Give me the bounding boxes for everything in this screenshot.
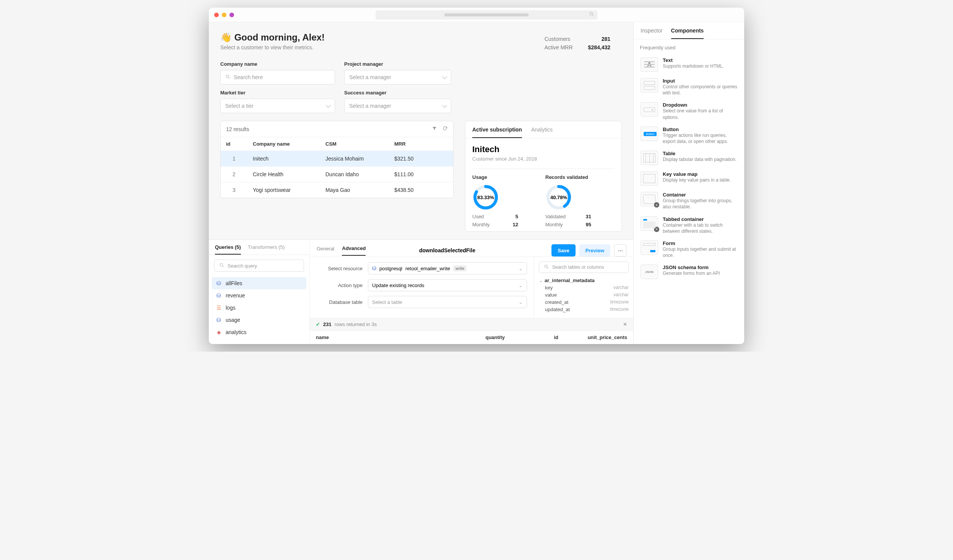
action-type-select[interactable]: Update existing records ⌄ (368, 279, 527, 291)
tier-select[interactable]: Select a tier (220, 99, 335, 113)
component-input[interactable]: InputControl other components or queries… (640, 75, 738, 99)
schema-column[interactable]: updated_attimezone (539, 306, 629, 313)
db-table-label: Database table (317, 299, 363, 305)
chevron-down-icon: ⌄ (519, 299, 523, 305)
query-title: downloadSelectedFile (362, 247, 532, 253)
section-frequently-used: Frequently used (640, 45, 738, 50)
tab-general[interactable]: General (317, 246, 334, 255)
query-editor-panel: Queries (5) Transformers (5) Search quer… (209, 239, 633, 344)
dropdown-icon (641, 102, 658, 117)
customers-table: 12 results id Company name CSM MRR 1 (220, 121, 454, 198)
table-icon (641, 151, 658, 165)
customers-value: 281 (602, 36, 610, 42)
stack-icon: ☰ (216, 305, 222, 311)
tab-components[interactable]: Components (671, 28, 704, 39)
window-controls (214, 13, 234, 17)
check-icon: ✔ (316, 321, 320, 327)
tab-queries[interactable]: Queries (5) (215, 244, 241, 255)
schema-column[interactable]: valuevarchar (539, 291, 629, 299)
query-item-analytics[interactable]: ◈analytics (212, 326, 306, 338)
component-container[interactable]: + ContainerGroup things together into gr… (640, 189, 738, 213)
svg-line-11 (547, 267, 548, 268)
tier-label: Market tier (220, 90, 335, 96)
pm-select[interactable]: Select a manager (344, 70, 451, 84)
more-options-button[interactable]: ⋯ (614, 244, 626, 256)
component-text[interactable]: A TextSupports markdown or HTML. (640, 54, 738, 75)
svg-line-9 (223, 266, 224, 267)
sm-select[interactable]: Select a manager (344, 99, 451, 113)
refresh-icon[interactable] (442, 126, 448, 132)
button-icon (641, 127, 658, 141)
table-row[interactable]: 2 Circle Health Duncan Idaho $111.00 (221, 167, 453, 182)
resource-select[interactable]: ⛁ postgresql retool_emailer_write write … (368, 262, 527, 274)
query-item-allfiles[interactable]: ⛁allFiles (212, 277, 306, 289)
component-kvmap[interactable]: Key value mapDisplay key value pairs in … (640, 168, 738, 189)
schema-search-input[interactable]: Search tables or columns (539, 261, 629, 273)
postgres-icon: ⛁ (372, 266, 376, 271)
tab-active-subscription[interactable]: Active subscription (472, 127, 522, 138)
table-row[interactable]: 1 Initech Jessica Mohaim $321.50 (221, 151, 453, 167)
chevron-down-icon: ⌄ (519, 266, 523, 271)
query-item-usage[interactable]: ⛁usage (212, 314, 306, 326)
schema-column[interactable]: created_attimezone (539, 299, 629, 306)
schema-table-node[interactable]: ⌄ar_internal_metadata (539, 277, 629, 284)
usage-donut: 83.33% (472, 184, 499, 211)
company-name-label: Company name (220, 61, 335, 67)
action-type-label: Action type (317, 282, 363, 288)
mrr-value: $284,432 (588, 44, 610, 50)
component-tabbed-container[interactable]: + Tabbed containerContainer with a tab t… (640, 213, 738, 237)
database-icon: ⛁ (216, 280, 222, 286)
query-item-revenue[interactable]: ⛁revenue (212, 289, 306, 302)
greeting-title: Good morning, Alex! (234, 32, 325, 42)
search-icon (589, 11, 594, 18)
summary-metrics: Customers 281 Active MRR $284,432 (545, 36, 610, 53)
maximize-window-button[interactable] (229, 13, 234, 17)
tab-transformers[interactable]: Transformers (5) (248, 244, 285, 255)
plus-badge-icon: + (654, 227, 659, 232)
db-table-select[interactable]: Select a table ⌄ (368, 296, 527, 308)
sm-label: Success manager (344, 90, 451, 96)
minimize-window-button[interactable] (222, 13, 226, 17)
result-columns: name quantity id unit_price_cents (310, 331, 633, 344)
component-dropdown[interactable]: DropdownSelect one value from a list of … (640, 99, 738, 123)
component-json-schema-form[interactable]: JSON JSON schema formGenerate forms from… (640, 261, 738, 282)
component-table[interactable]: TableDisplay tabular data with paginatio… (640, 148, 738, 168)
records-metric: Records validated 40.78% Validated31 Mon… (545, 174, 615, 227)
database-icon: ⛁ (216, 317, 222, 323)
tab-analytics[interactable]: Analytics (531, 127, 553, 138)
database-icon: ⛁ (216, 292, 222, 299)
global-search[interactable] (376, 10, 597, 19)
close-status-button[interactable]: ✕ (623, 321, 627, 327)
query-status-bar: ✔ 231 rows returned in 3s ✕ (310, 318, 633, 331)
table-header: id Company name CSM MRR (221, 137, 453, 151)
customer-since: Customer since Jun 24, 2018 (472, 156, 615, 162)
table-row[interactable]: 3 Yogi sportswear Maya Gao $438.50 (221, 182, 453, 198)
tabbed-container-icon: + (641, 216, 658, 231)
pm-label: Project manager (344, 61, 451, 67)
form-icon (641, 240, 658, 255)
component-form[interactable]: FormGroup inputs together and submit at … (640, 237, 738, 261)
schema-browser: Search tables or columns ⌄ar_internal_me… (534, 257, 633, 318)
svg-point-0 (590, 12, 592, 15)
json-icon: JSON (641, 265, 658, 279)
cube-icon: ◈ (216, 329, 222, 335)
svg-point-2 (226, 75, 229, 78)
query-search-input[interactable]: Search query (214, 260, 304, 272)
close-window-button[interactable] (214, 13, 219, 17)
wave-emoji: 👋 (220, 32, 232, 42)
preview-button[interactable]: Preview (579, 244, 610, 256)
svg-point-8 (220, 263, 223, 266)
schema-column[interactable]: keyvarchar (539, 284, 629, 291)
query-item-logs[interactable]: ☰logs (212, 302, 306, 314)
customer-name: Initech (472, 144, 615, 154)
component-button[interactable]: ButtonTrigger actions like run queries, … (640, 123, 738, 148)
chevron-down-icon: ⌄ (519, 282, 523, 288)
main-canvas: 👋 Good morning, Alex! Select a customer … (209, 22, 633, 344)
filter-icon[interactable] (432, 126, 437, 132)
container-icon: + (641, 192, 658, 206)
usage-metric: Usage 83.33% Used5 Monthly12 (472, 174, 542, 227)
save-button[interactable]: Save (551, 244, 575, 256)
mrr-label: Active MRR (545, 44, 573, 50)
tab-inspector[interactable]: Inspector (641, 28, 663, 39)
company-search-input[interactable]: Search here (220, 70, 335, 84)
